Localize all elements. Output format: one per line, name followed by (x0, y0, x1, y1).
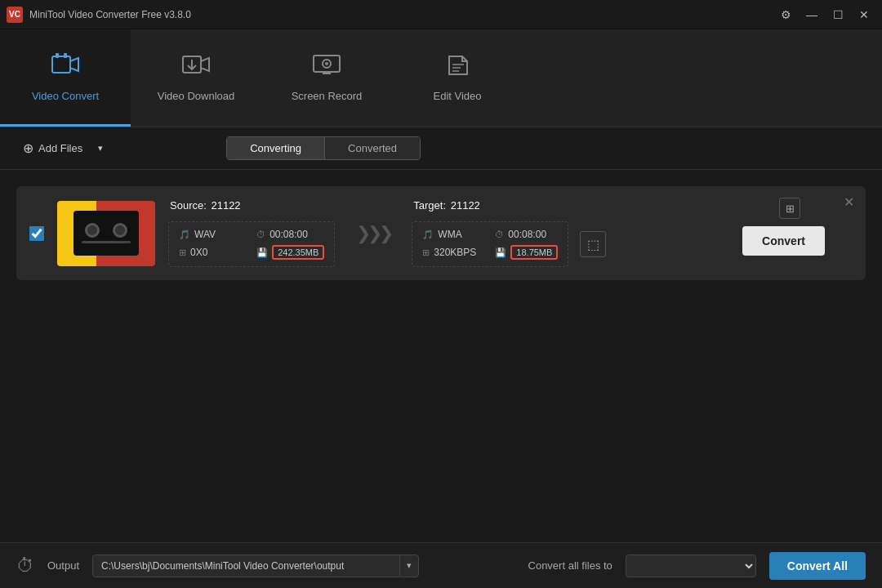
source-duration-item: ⏱ 00:08:00 (256, 229, 324, 240)
source-resolution-icon: ⊞ (179, 247, 186, 258)
source-size-item: 💾 242.35MB (256, 245, 324, 260)
target-bitrate-icon: ⊞ (422, 247, 430, 258)
cassette-bg (57, 201, 155, 266)
svg-rect-0 (52, 56, 70, 73)
convert-button[interactable]: Convert (742, 226, 825, 256)
nav-screen-record-label: Screen Record (292, 90, 363, 102)
conversion-arrows: ❯❯❯ (356, 223, 390, 244)
video-convert-icon (51, 51, 80, 83)
file-thumbnail (57, 201, 155, 266)
add-files-label: Add Files (38, 142, 82, 154)
target-duration-item: ⏱ 00:08:00 (495, 229, 558, 240)
target-duration-icon: ⏱ (495, 229, 504, 239)
close-button[interactable]: ✕ (853, 6, 875, 24)
title-bar-controls: ⚙ — ☐ ✕ (774, 6, 875, 24)
cassette-spool-right (113, 223, 127, 238)
toolbar: ⊕ Add Files ▾ Converting Converted (0, 127, 882, 170)
source-size-icon: 💾 (256, 247, 268, 258)
bottom-bar: ⏱ Output ▾ Convert all files to Convert … (0, 542, 882, 588)
settings-button[interactable]: ⚙ (774, 6, 797, 24)
target-duration-value: 00:08:00 (508, 229, 546, 240)
cursor-icon-button[interactable]: ⬚ (580, 231, 606, 257)
source-duration-value: 00:08:00 (270, 229, 308, 240)
target-bitrate-item: ⊞ 320KBPS (422, 245, 485, 260)
file-checkbox[interactable] (29, 226, 44, 241)
target-size-item: 💾 18.75MB (495, 245, 558, 260)
nav-video-convert[interactable]: Video Convert (0, 29, 131, 127)
add-files-dropdown-button[interactable]: ▾ (89, 140, 112, 158)
close-card-button[interactable]: ✕ (844, 194, 854, 210)
nav-video-download-label: Video Download (158, 90, 234, 102)
maximize-button[interactable]: ☐ (826, 6, 849, 24)
video-download-icon (181, 51, 211, 83)
target-label: Target: 21122 (412, 199, 606, 212)
screen-record-icon (312, 51, 341, 83)
source-format-item: 🎵 WAV (179, 229, 247, 240)
tab-converting[interactable]: Converting (227, 137, 325, 159)
convert-all-button[interactable]: Convert All (769, 552, 866, 580)
convert-all-label: Convert all files to (528, 559, 612, 572)
target-size-badge: 18.75MB (510, 245, 558, 260)
source-format-value: WAV (194, 229, 216, 240)
svg-rect-2 (64, 53, 67, 58)
svg-rect-1 (56, 53, 59, 58)
source-info-grid: 🎵 WAV ⏱ 00:08:00 ⊞ 0X0 💾 242.35MB (168, 221, 335, 267)
tab-group: Converting Converted (226, 136, 421, 160)
convert-all-select[interactable] (626, 555, 756, 577)
content-area: Source: 21122 🎵 WAV ⏱ 00:08:00 ⊞ 0X0 💾 (0, 170, 882, 305)
cassette-tape-line (82, 241, 131, 243)
add-files-icon: ⊕ (23, 140, 33, 156)
tab-converted[interactable]: Converted (325, 137, 420, 159)
edit-icon-button[interactable]: ⊞ (779, 198, 800, 219)
target-size-icon: 💾 (495, 247, 506, 258)
nav-video-convert-label: Video Convert (32, 90, 99, 102)
target-format-value: WMA (438, 229, 461, 240)
nav-video-download[interactable]: Video Download (131, 29, 261, 127)
title-bar: VC MiniTool Video Converter Free v3.8.0 … (0, 0, 882, 29)
source-size-badge: 242.35MB (272, 245, 324, 260)
edit-video-icon (443, 51, 472, 83)
output-path-input[interactable] (93, 555, 399, 577)
nav-screen-record[interactable]: Screen Record (261, 29, 392, 127)
source-resolution-value: 0X0 (190, 247, 207, 258)
target-info-grid: 🎵 WMA ⏱ 00:08:00 ⊞ 320KBPS 💾 18.75MB (412, 221, 568, 267)
svg-point-9 (325, 62, 328, 65)
target-format-item: 🎵 WMA (422, 229, 485, 240)
source-resolution-item: ⊞ 0X0 (179, 245, 247, 260)
target-format-icon: 🎵 (422, 229, 434, 240)
add-files-button[interactable]: ⊕ Add Files (16, 136, 89, 161)
source-block: Source: 21122 🎵 WAV ⏱ 00:08:00 ⊞ 0X0 💾 (168, 199, 335, 267)
cassette-spools (85, 223, 127, 238)
top-navigation: Video Convert Video Download Screen Reco… (0, 29, 882, 127)
target-block: Target: 21122 🎵 WMA ⏱ 00:08:00 ⊞ 320KBPS (412, 199, 606, 267)
source-label: Source: 21122 (168, 199, 335, 212)
output-path-container: ▾ (92, 555, 419, 577)
app-logo: VC (7, 7, 23, 23)
title-bar-left: VC MiniTool Video Converter Free v3.8.0 (7, 7, 191, 23)
minimize-button[interactable]: — (800, 6, 823, 24)
source-format-icon: 🎵 (179, 229, 190, 240)
nav-edit-video-label: Edit Video (433, 90, 481, 102)
target-bitrate-value: 320KBPS (434, 247, 476, 258)
arrows-block: ❯❯❯ (348, 223, 399, 244)
output-path-arrow-icon[interactable]: ▾ (399, 555, 418, 576)
clock-icon: ⏱ (16, 555, 34, 577)
app-title: MiniTool Video Converter Free v3.8.0 (29, 9, 191, 20)
nav-edit-video[interactable]: Edit Video (392, 29, 523, 127)
source-duration-icon: ⏱ (256, 229, 265, 239)
cassette-body (74, 211, 139, 256)
output-label: Output (47, 559, 79, 572)
cassette-spool-left (85, 223, 100, 238)
file-card: Source: 21122 🎵 WAV ⏱ 00:08:00 ⊞ 0X0 💾 (16, 186, 866, 280)
